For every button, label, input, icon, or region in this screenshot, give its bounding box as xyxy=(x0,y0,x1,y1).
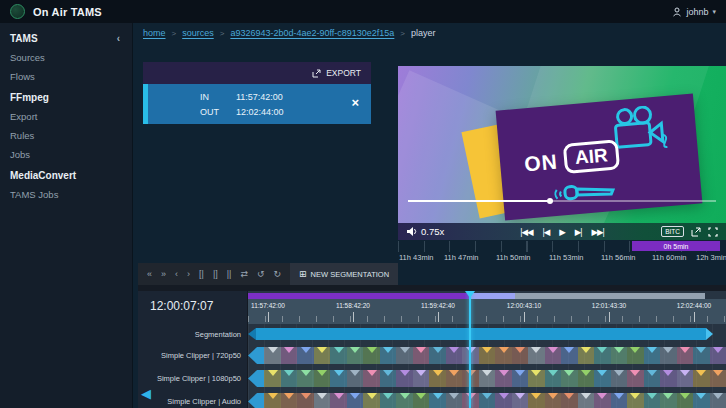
seek-bar[interactable] xyxy=(408,200,716,202)
timeline-segment[interactable] xyxy=(627,393,643,408)
set-out-icon[interactable]: |] xyxy=(213,269,218,279)
timeline-segment[interactable] xyxy=(446,370,462,387)
timeline-segment[interactable] xyxy=(545,347,561,364)
export-button-label[interactable]: EXPORT xyxy=(326,68,361,78)
timeline-segment[interactable] xyxy=(413,370,429,387)
timeline-segment[interactable] xyxy=(611,347,627,364)
history-forward-icon[interactable]: ↻ xyxy=(274,269,282,279)
timeline-segment[interactable] xyxy=(297,393,313,408)
timeline-segment[interactable] xyxy=(314,370,330,387)
timeline-segment[interactable] xyxy=(512,393,528,408)
timeline-segment[interactable] xyxy=(281,370,297,387)
bitc-toggle[interactable]: BITC xyxy=(661,226,684,237)
timeline-segment[interactable] xyxy=(710,347,726,364)
timeline-segment[interactable] xyxy=(446,347,462,364)
timeline-segment[interactable] xyxy=(413,347,429,364)
timeline-segment[interactable] xyxy=(495,347,511,364)
timeline-segment[interactable] xyxy=(446,393,462,408)
timeline-segment[interactable] xyxy=(281,347,297,364)
timeline-segment[interactable] xyxy=(512,347,528,364)
sidebar-item-jobs[interactable]: Jobs xyxy=(0,145,132,164)
timeline-segment[interactable] xyxy=(561,347,577,364)
open-external-icon[interactable] xyxy=(691,227,701,237)
timeline-segment[interactable] xyxy=(660,347,676,364)
collapse-panel-icon[interactable]: ◀ xyxy=(141,386,151,401)
play-button[interactable]: ▶ xyxy=(559,227,565,237)
timeline-segment[interactable] xyxy=(594,370,610,387)
timeline-segment[interactable] xyxy=(248,393,264,408)
prev-frame-button[interactable]: |◀ xyxy=(542,227,549,237)
history-back-icon[interactable]: ↺ xyxy=(257,269,265,279)
timeline-segment[interactable] xyxy=(363,370,379,387)
timeline-segment[interactable] xyxy=(347,347,363,364)
loop-icon[interactable]: ⇄ xyxy=(240,269,248,279)
timeline-segment[interactable] xyxy=(380,393,396,408)
timeline-segment[interactable] xyxy=(479,393,495,408)
playback-speed[interactable]: 0.75x xyxy=(421,226,444,237)
timeline-segment[interactable] xyxy=(710,370,726,387)
timeline-segment[interactable] xyxy=(396,347,412,364)
timeline-segment[interactable] xyxy=(264,393,280,408)
timeline-segment[interactable] xyxy=(479,370,495,387)
timeline-segment[interactable] xyxy=(644,347,660,364)
jump-end-icon[interactable]: » xyxy=(161,269,166,279)
timeline-segment[interactable] xyxy=(347,393,363,408)
breadcrumb-sources[interactable]: sources xyxy=(182,28,214,38)
new-segmentation-button[interactable]: ⊞ NEW SEGMENTATION xyxy=(290,263,398,285)
step-forward-icon[interactable]: › xyxy=(187,269,190,279)
timeline-segment[interactable] xyxy=(264,347,280,364)
video-viewport[interactable]: ON AIR xyxy=(398,66,726,223)
timeline-segment[interactable] xyxy=(693,370,709,387)
timeline-segment[interactable] xyxy=(380,347,396,364)
timeline-segment[interactable] xyxy=(297,370,313,387)
skip-end-button[interactable]: ▶▶| xyxy=(592,227,604,237)
timeline-segment[interactable] xyxy=(660,393,676,408)
timeline-segment[interactable] xyxy=(264,370,280,387)
timeline-segment[interactable] xyxy=(528,393,544,408)
timeline-segment[interactable] xyxy=(594,393,610,408)
timeline-segment[interactable] xyxy=(677,347,693,364)
timeline-segment[interactable] xyxy=(627,370,643,387)
timeline-segment[interactable] xyxy=(693,393,709,408)
breadcrumb-home[interactable]: home xyxy=(143,28,166,38)
timeline-segment[interactable] xyxy=(644,393,660,408)
timeline-segment[interactable] xyxy=(528,370,544,387)
timeline-segment[interactable] xyxy=(545,370,561,387)
timeline-segment[interactable] xyxy=(710,393,726,408)
timeline-segment[interactable] xyxy=(561,370,577,387)
timeline-segment[interactable] xyxy=(429,347,445,364)
timeline-segment[interactable] xyxy=(330,347,346,364)
timeline-segment[interactable] xyxy=(429,370,445,387)
timeline-segment[interactable] xyxy=(660,370,676,387)
timeline-segment[interactable] xyxy=(363,393,379,408)
timeline-segment[interactable] xyxy=(611,393,627,408)
timeline-segment[interactable] xyxy=(611,370,627,387)
segmentation-track-bar[interactable] xyxy=(256,328,706,340)
timeline-segment[interactable] xyxy=(248,347,264,364)
skip-start-button[interactable]: |◀◀ xyxy=(520,227,532,237)
timeline-segment[interactable] xyxy=(627,347,643,364)
step-back-icon[interactable]: ‹ xyxy=(175,269,178,279)
timeline-range-badge[interactable]: 0h 5min xyxy=(632,241,720,251)
breadcrumb-source-id[interactable]: a9326943-2b0d-4ae2-90ff-c89130e2f15a xyxy=(230,28,394,38)
timeline-segment[interactable] xyxy=(429,393,445,408)
timeline-segment[interactable] xyxy=(314,393,330,408)
timeline-segment[interactable] xyxy=(380,370,396,387)
timeline-segment[interactable] xyxy=(578,393,594,408)
jump-start-icon[interactable]: « xyxy=(147,269,152,279)
sidebar-item-sources[interactable]: Sources xyxy=(0,48,132,67)
timeline-segment[interactable] xyxy=(561,393,577,408)
timeline-segment[interactable] xyxy=(677,393,693,408)
volume-icon[interactable] xyxy=(406,226,417,237)
timeline-segment[interactable] xyxy=(545,393,561,408)
sidebar-item-tams-jobs[interactable]: TAMS Jobs xyxy=(0,185,132,204)
next-frame-button[interactable]: ▶| xyxy=(575,227,582,237)
sidebar-item-flows[interactable]: Flows xyxy=(0,67,132,86)
timeline-segment[interactable] xyxy=(578,370,594,387)
in-out-range-icon[interactable]: || xyxy=(227,269,232,279)
timeline-segment[interactable] xyxy=(330,393,346,408)
timeline-segment[interactable] xyxy=(347,370,363,387)
user-menu[interactable]: johnb ▾ xyxy=(672,7,716,17)
timeline-track-area[interactable]: 11:57:42:00 11:58:42:20 11:59:42:40 12:0… xyxy=(248,291,726,408)
timeline-segment[interactable] xyxy=(512,370,528,387)
